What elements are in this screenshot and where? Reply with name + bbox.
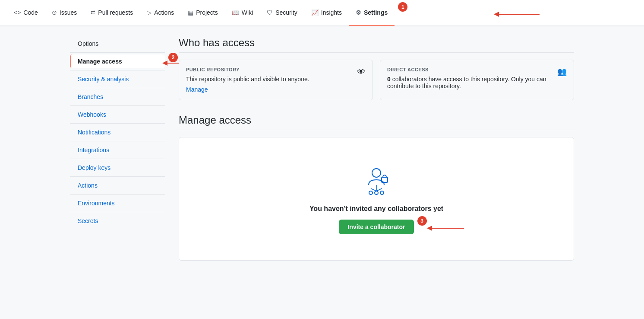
direct-access-text: 0 collaborators have access to this repo… <box>387 76 567 89</box>
manage-access-section: Manage access <box>179 114 574 261</box>
page-layout: Options Manage access 2 Security & an <box>63 26 581 271</box>
direct-access-description: collaborators have access to this reposi… <box>387 76 546 89</box>
sidebar-divider-7 <box>70 159 165 159</box>
arrow-to-settings <box>492 8 544 21</box>
sidebar: Options Manage access 2 Security & an <box>70 37 165 261</box>
main-content: Who has access PUBLIC REPOSITORY 👁 This … <box>179 37 574 261</box>
direct-access-label: DIRECT ACCESS <box>387 67 567 72</box>
collaborators-box: You haven't invited any collaborators ye… <box>179 137 574 261</box>
code-icon: <> <box>14 9 21 16</box>
access-cards: PUBLIC REPOSITORY 👁 This repository is p… <box>179 60 574 100</box>
nav-code[interactable]: <> Code <box>7 0 45 26</box>
nav-wiki[interactable]: 📖 Wiki <box>225 0 260 26</box>
direct-access-card: DIRECT ACCESS 👥 0 collaborators have acc… <box>380 60 574 100</box>
sidebar-divider-3 <box>70 88 165 88</box>
sidebar-divider-8 <box>70 176 165 177</box>
sidebar-item-branches[interactable]: Branches <box>70 90 165 104</box>
sidebar-item-security-analysis[interactable]: Security & analysis <box>70 72 165 86</box>
wiki-icon: 📖 <box>232 9 239 16</box>
manage-link[interactable]: Manage <box>186 86 208 93</box>
svg-point-8 <box>380 191 384 195</box>
sidebar-item-deploy-keys[interactable]: Deploy keys <box>70 161 165 175</box>
nav-settings[interactable]: ⚙ Settings <box>349 0 395 26</box>
nav-projects[interactable]: ▦ Projects <box>181 0 225 26</box>
nav-pull-requests[interactable]: ⇄ Pull requests <box>84 0 140 26</box>
sidebar-item-environments[interactable]: Environments <box>70 196 165 210</box>
nav-security[interactable]: 🛡 Security <box>260 0 304 26</box>
sidebar-item-options[interactable]: Options <box>70 37 165 51</box>
sidebar-divider-4 <box>70 105 165 106</box>
pull-request-icon: ⇄ <box>91 9 95 16</box>
public-repo-label: PUBLIC REPOSITORY <box>186 67 366 72</box>
sidebar-divider-10 <box>70 212 165 212</box>
actions-icon: ▷ <box>147 9 152 16</box>
sidebar-item-integrations[interactable]: Integrations <box>70 143 165 157</box>
sidebar-item-notifications[interactable]: Notifications <box>70 125 165 139</box>
svg-line-10 <box>376 188 382 191</box>
svg-line-9 <box>371 188 376 191</box>
svg-point-6 <box>369 191 373 195</box>
sidebar-divider-6 <box>70 141 165 141</box>
security-icon: 🛡 <box>267 9 273 16</box>
sidebar-item-secrets[interactable]: Secrets <box>70 214 165 228</box>
no-collaborators-icon <box>359 163 394 198</box>
public-repo-text: This repository is public and visible to… <box>186 76 366 83</box>
nav-actions[interactable]: ▷ Actions <box>140 0 181 26</box>
nav-insights[interactable]: 📈 Insights <box>304 0 349 26</box>
sidebar-divider-2 <box>70 70 165 70</box>
empty-collaborators-text: You haven't invited any collaborators ye… <box>309 205 443 213</box>
manage-access-title: Manage access <box>179 114 574 130</box>
issues-icon: ⊙ <box>52 9 57 16</box>
public-repo-card: PUBLIC REPOSITORY 👁 This repository is p… <box>179 60 373 100</box>
svg-point-4 <box>372 169 381 177</box>
collab-count: 0 <box>387 76 391 83</box>
collaborators-icon: 👥 <box>557 67 567 77</box>
svg-point-7 <box>375 191 378 195</box>
invite-collaborator-button[interactable]: Invite a collaborator <box>339 220 414 234</box>
eye-icon: 👁 <box>357 67 366 77</box>
arrow-to-invite <box>425 224 468 233</box>
sidebar-item-manage-access[interactable]: Manage access <box>70 54 165 68</box>
projects-icon: ▦ <box>188 9 193 16</box>
sidebar-divider-9 <box>70 194 165 195</box>
sidebar-item-webhooks[interactable]: Webhooks <box>70 108 165 121</box>
top-navigation: <> Code ⊙ Issues ⇄ Pull requests ▷ Actio… <box>0 0 644 26</box>
sidebar-item-actions[interactable]: Actions <box>70 179 165 192</box>
insights-icon: 📈 <box>311 9 319 16</box>
sidebar-divider-5 <box>70 123 165 124</box>
who-has-access-title: Who has access <box>179 37 574 53</box>
sidebar-divider <box>70 52 165 53</box>
annotation-badge-1: 1 <box>398 2 407 12</box>
settings-icon: ⚙ <box>356 9 361 16</box>
nav-issues[interactable]: ⊙ Issues <box>45 0 84 26</box>
